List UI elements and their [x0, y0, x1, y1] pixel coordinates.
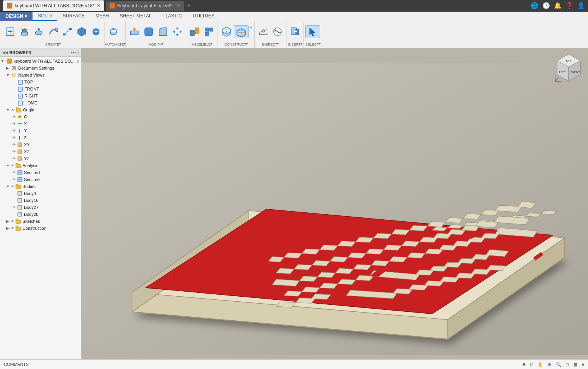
new-tab-btn[interactable]: +	[187, 2, 191, 10]
grid-icon[interactable]: □	[530, 362, 533, 367]
inactive-tab[interactable]: Keyboard Layout Final v3* ✕	[106, 1, 184, 11]
section2-eye[interactable]: 👁	[12, 178, 16, 181]
origin-xy-eye[interactable]: 👁	[12, 143, 16, 147]
body27-eye[interactable]: 👁	[12, 205, 16, 209]
insert-arrow-icon[interactable]: ▾	[301, 42, 302, 47]
sketches-eye[interactable]: 👁	[11, 219, 14, 223]
insert-derive-btn[interactable]	[288, 26, 302, 38]
origin-yz-item[interactable]: 👁 YZ	[0, 155, 81, 162]
view-front-item[interactable]: F FRONT	[0, 85, 81, 92]
display-mode-icon[interactable]: □	[566, 362, 569, 367]
joint-btn[interactable]	[188, 26, 202, 38]
midplane-btn[interactable]	[234, 25, 249, 38]
view-right-item[interactable]: R RIGHT	[0, 92, 81, 99]
push-pull-btn[interactable]	[127, 26, 141, 38]
zebra-btn[interactable]	[271, 26, 285, 38]
offset-plane-btn[interactable]	[219, 26, 233, 38]
orbit-icon[interactable]: ⊙	[548, 362, 551, 367]
bodies-folder[interactable]: ▼ 👁 Bodies	[0, 183, 81, 190]
origin-z-eye[interactable]: 👁	[12, 136, 16, 140]
loft-btn[interactable]	[60, 26, 74, 38]
browser-resize-icon[interactable]: |	[77, 50, 79, 55]
bell-icon[interactable]: 🔔	[554, 2, 562, 9]
tab-solid[interactable]: SOLID	[33, 12, 57, 21]
sweep-btn[interactable]	[46, 26, 60, 38]
viewport[interactable]: TOP LEFT FRONT	[81, 48, 588, 369]
origin-x-eye[interactable]: 👁	[12, 122, 16, 126]
body4-item[interactable]: 👁 Body4	[0, 190, 81, 197]
pan-icon[interactable]: ✋	[538, 362, 543, 367]
origin-z-item[interactable]: 👁 Z	[0, 134, 81, 141]
tab-sheet-metal[interactable]: SHEET METAL	[114, 12, 157, 21]
view-top-item[interactable]: T TOP	[0, 79, 81, 85]
origin-folder[interactable]: ▼ 👁 Origin	[0, 106, 81, 113]
sketches-folder[interactable]: ▶ 👁 Sketches	[0, 218, 81, 225]
tab-close-btn[interactable]: ✕	[97, 3, 100, 8]
origin-y-item[interactable]: 👁 Y	[0, 127, 81, 134]
zoom-icon[interactable]: 🔍	[556, 362, 561, 367]
automate-btn[interactable]	[106, 26, 120, 38]
origin-eye[interactable]: 👁	[11, 108, 15, 112]
doc-settings-item[interactable]: ▶ Document Settings	[0, 65, 81, 72]
create-more-btn[interactable]	[89, 26, 103, 38]
root-arrow-icon[interactable]: ▼	[1, 59, 5, 63]
section1-item[interactable]: 👁 Section1	[0, 169, 81, 176]
named-views-folder[interactable]: ▼ 📁 Named Views	[0, 72, 81, 79]
tree-root[interactable]: ▼ keyboard WITH ALL TABS DO... ⊙	[0, 58, 81, 65]
design-menu-btn[interactable]: DESIGN ▾	[0, 12, 33, 21]
body28-item[interactable]: 👁 Body28	[0, 211, 81, 218]
construction-folder[interactable]: ▶ 👁 Construction	[0, 225, 81, 232]
section1-eye[interactable]: 👁	[12, 171, 16, 174]
construction-eye[interactable]: 👁	[11, 226, 14, 230]
modify-arrow-icon[interactable]: ▾	[162, 42, 163, 47]
browser-collapse-icon[interactable]: ◀◀	[2, 51, 8, 55]
tab-utilities[interactable]: UTILITIES	[187, 12, 220, 21]
clock-icon[interactable]: 🕐	[542, 2, 550, 9]
move-btn[interactable]	[170, 26, 184, 38]
create-arrow-icon[interactable]: ▾	[59, 42, 61, 47]
tab-mesh[interactable]: MESH	[90, 12, 115, 21]
globe-icon[interactable]: 🌐	[531, 2, 538, 9]
snap-icon[interactable]: ⊕	[522, 362, 526, 367]
automate-arrow-icon[interactable]: ▾	[124, 42, 125, 47]
select-btn[interactable]	[305, 25, 320, 38]
inspect-arrow-icon[interactable]: ▾	[277, 42, 279, 47]
origin-o-eye[interactable]: 👁	[12, 115, 16, 119]
user-icon[interactable]: 👤	[577, 2, 585, 9]
assemble-arrow-icon[interactable]: ▾	[211, 42, 212, 47]
tab-plastic[interactable]: PLASTIC	[157, 12, 187, 21]
rigid-group-btn[interactable]	[202, 26, 216, 38]
view-cube[interactable]: TOP LEFT FRONT	[553, 52, 584, 83]
body16-item[interactable]: 👁 Body16	[0, 197, 81, 204]
analysis-eye[interactable]: 👁	[11, 164, 14, 167]
origin-x-item[interactable]: 👁 X	[0, 120, 81, 127]
new-component-btn[interactable]	[3, 26, 17, 38]
box-btn[interactable]	[75, 26, 89, 38]
origin-o-item[interactable]: 👁 O	[0, 113, 81, 120]
select-arrow-icon[interactable]: ▾	[319, 42, 321, 47]
construct-arrow-icon[interactable]: ▾	[246, 42, 248, 47]
origin-arrow[interactable]: ▼	[6, 108, 11, 112]
tab-surface[interactable]: SURFACE	[57, 12, 90, 21]
body27-item[interactable]: 👁 Body27	[0, 204, 81, 211]
origin-xz-eye[interactable]: 👁	[12, 150, 16, 154]
construction-arrow[interactable]: ▶	[6, 226, 11, 230]
doc-settings-arrow[interactable]: ▶	[6, 66, 11, 70]
options-icon[interactable]: ≡	[582, 362, 584, 367]
grid-display-icon[interactable]: ▦	[573, 362, 577, 367]
bodies-arrow[interactable]: ▼	[6, 184, 11, 188]
origin-y-eye[interactable]: 👁	[12, 129, 16, 133]
bodies-eye[interactable]: 👁	[11, 184, 14, 188]
extrude-btn[interactable]	[17, 26, 31, 38]
measure-btn[interactable]	[256, 26, 270, 38]
origin-yz-eye[interactable]: 👁	[12, 157, 16, 161]
analysis-arrow[interactable]: ▼	[6, 164, 11, 167]
active-tab[interactable]: keyboard WITH ALL TABS DONE v18* ✕	[3, 0, 104, 11]
chamfer-btn[interactable]	[156, 26, 170, 38]
view-home-item[interactable]: H HOME	[0, 99, 81, 106]
origin-xz-item[interactable]: 👁 XZ	[0, 148, 81, 155]
fillet-btn[interactable]	[142, 26, 156, 38]
inactive-tab-close[interactable]: ✕	[177, 3, 180, 8]
analysis-folder[interactable]: ▼ 👁 Analysis	[0, 162, 81, 169]
named-views-arrow[interactable]: ▼	[6, 73, 11, 77]
